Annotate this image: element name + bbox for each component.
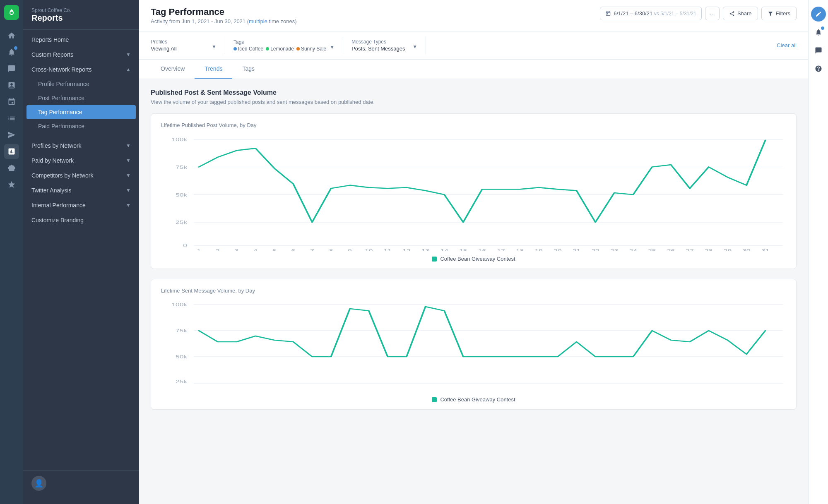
profiles-filter-label: Profiles xyxy=(151,39,208,45)
svg-text:26: 26 xyxy=(667,248,675,251)
chart2-area: 100k 75k 50k 25k xyxy=(161,300,786,391)
chevron-down-icon: ▼ xyxy=(126,52,131,58)
chevron-down-icon-2: ▼ xyxy=(126,143,131,149)
tab-overview[interactable]: Overview xyxy=(151,60,195,79)
svg-text:1: 1 xyxy=(197,248,201,251)
legend-label-2: Coffee Bean Giveaway Contest xyxy=(440,396,515,403)
sidebar-item-cross-network[interactable]: Cross-Network Reports ▲ xyxy=(23,62,139,77)
svg-text:10: 10 xyxy=(365,248,373,251)
tags-filter[interactable]: Tags Iced Coffee Lemonade Sunny Sale ▼ xyxy=(233,37,343,54)
svg-text:25k: 25k xyxy=(176,379,188,384)
section-title: Published Post & Sent Message Volume xyxy=(151,89,797,96)
company-name: Sprout Coffee Co. xyxy=(31,7,131,13)
user-avatar-section: 👤 xyxy=(23,470,139,496)
subtitle-link[interactable]: multiple xyxy=(249,18,267,24)
svg-text:3: 3 xyxy=(235,248,239,251)
sidebar-sub-post-performance[interactable]: Post Performance xyxy=(23,91,139,105)
profiles-filter[interactable]: Profiles Viewing All ▼ xyxy=(151,36,225,54)
sidebar-sub-paid-performance[interactable]: Paid Performance xyxy=(23,119,139,133)
filters-bar: Profiles Viewing All ▼ Tags Iced Coffee … xyxy=(139,31,808,60)
sidebar-item-competitors-by-network[interactable]: Competitors by Network ▼ xyxy=(23,168,139,183)
help-icon xyxy=(815,65,822,72)
chevron-up-icon: ▲ xyxy=(126,67,131,72)
sidebar-header: Sprout Coffee Co. Reports xyxy=(23,0,139,30)
message-types-filter[interactable]: Message Types Posts, Sent Messages ▼ xyxy=(351,36,426,54)
sidebar-item-profiles-by-network[interactable]: Profiles by Network ▼ xyxy=(23,138,139,153)
svg-text:50k: 50k xyxy=(176,192,188,197)
tag-sunny-sale: Sunny Sale xyxy=(296,46,326,52)
sidebar-item-twitter-analysis[interactable]: Twitter Analysis ▼ xyxy=(23,183,139,198)
sidebar-item-customize-branding[interactable]: Customize Branding xyxy=(23,213,139,228)
tags-filter-label: Tags xyxy=(233,39,326,45)
filters-button[interactable]: Filters xyxy=(761,7,797,20)
tags-chevron-icon: ▼ xyxy=(330,44,335,50)
date-range-button[interactable]: 6/1/21 – 6/30/21 vs 5/1/21 – 5/31/21 xyxy=(600,7,702,20)
sidebar-bottom-section: Profiles by Network ▼ Paid by Network ▼ … xyxy=(23,136,139,230)
nav-pin-icon[interactable] xyxy=(4,94,19,109)
legend-color-1 xyxy=(432,257,437,262)
tab-trends[interactable]: Trends xyxy=(195,60,232,79)
svg-text:13: 13 xyxy=(421,248,429,251)
tab-tags[interactable]: Tags xyxy=(232,60,265,79)
header-left: Tag Performance Activity from Jun 1, 202… xyxy=(151,7,297,24)
sidebar-sub-profile-performance[interactable]: Profile Performance xyxy=(23,77,139,91)
right-help-icon[interactable] xyxy=(811,61,826,76)
sidebar: Sprout Coffee Co. Reports Reports Home C… xyxy=(23,0,139,504)
svg-text:31: 31 xyxy=(761,248,769,251)
chart2-legend: Coffee Bean Giveaway Contest xyxy=(161,396,786,403)
header-actions: 6/1/21 – 6/30/21 vs 5/1/21 – 5/31/21 … S… xyxy=(600,7,797,20)
nav-send-icon[interactable] xyxy=(4,127,19,142)
icon-rail xyxy=(0,0,23,504)
profiles-filter-value: Viewing All xyxy=(151,46,208,52)
avatar: 👤 xyxy=(31,476,46,491)
nav-star-icon[interactable] xyxy=(4,177,19,192)
content-area: Published Post & Sent Message Volume Vie… xyxy=(139,79,808,504)
chevron-down-icon-3: ▼ xyxy=(126,158,131,163)
svg-text:11: 11 xyxy=(384,248,392,251)
page-title: Tag Performance xyxy=(151,7,297,17)
sidebar-item-internal-performance[interactable]: Internal Performance ▼ xyxy=(23,198,139,213)
svg-text:23: 23 xyxy=(610,248,618,251)
share-button[interactable]: Share xyxy=(723,7,758,20)
profiles-chevron-icon: ▼ xyxy=(212,44,217,50)
nav-list-icon[interactable] xyxy=(4,111,19,126)
page-subtitle: Activity from Jun 1, 2021 - Jun 30, 2021… xyxy=(151,18,297,24)
svg-text:12: 12 xyxy=(402,248,410,251)
svg-text:6: 6 xyxy=(291,248,295,251)
svg-text:5: 5 xyxy=(272,248,277,251)
right-bell-icon[interactable] xyxy=(811,25,826,40)
bell-icon xyxy=(815,29,822,36)
right-notification-badge xyxy=(821,26,824,30)
chevron-down-icon-6: ▼ xyxy=(126,202,131,208)
sidebar-top-section: Reports Home Custom Reports ▼ Cross-Netw… xyxy=(23,30,139,136)
svg-text:22: 22 xyxy=(592,248,599,251)
nav-analytics-icon[interactable] xyxy=(4,144,19,159)
section-subtitle: View the volume of your tagged published… xyxy=(151,99,797,105)
sidebar-item-paid-by-network[interactable]: Paid by Network ▼ xyxy=(23,153,139,168)
svg-text:19: 19 xyxy=(535,248,543,251)
nav-home-icon[interactable] xyxy=(4,28,19,43)
filter-icon xyxy=(768,11,773,17)
right-comment-icon[interactable] xyxy=(811,43,826,58)
svg-text:27: 27 xyxy=(686,248,694,251)
nav-bot-icon[interactable] xyxy=(4,161,19,175)
svg-text:7: 7 xyxy=(310,248,314,251)
nav-message-icon[interactable] xyxy=(4,61,19,76)
nav-bell-icon[interactable] xyxy=(4,45,19,60)
svg-text:29: 29 xyxy=(724,248,732,251)
date-range-label: 6/1/21 – 6/30/21 vs 5/1/21 – 5/31/21 xyxy=(614,10,696,17)
main-content: Tag Performance Activity from Jun 1, 202… xyxy=(139,0,808,504)
app-logo[interactable] xyxy=(4,5,19,20)
edit-button[interactable] xyxy=(811,7,826,22)
svg-text:0: 0 xyxy=(183,243,187,248)
clear-all-button[interactable]: Clear all xyxy=(777,42,797,48)
sidebar-item-custom-reports[interactable]: Custom Reports ▼ xyxy=(23,47,139,62)
nav-compose-icon[interactable] xyxy=(4,78,19,93)
right-panel xyxy=(808,0,828,504)
svg-text:50k: 50k xyxy=(176,354,188,359)
chart2-label: Lifetime Sent Message Volume, by Day xyxy=(161,288,786,294)
sidebar-item-reports-home[interactable]: Reports Home xyxy=(23,32,139,47)
more-options-button[interactable]: … xyxy=(705,7,720,20)
sidebar-sub-tag-performance[interactable]: Tag Performance xyxy=(26,105,136,119)
svg-point-0 xyxy=(10,12,13,14)
